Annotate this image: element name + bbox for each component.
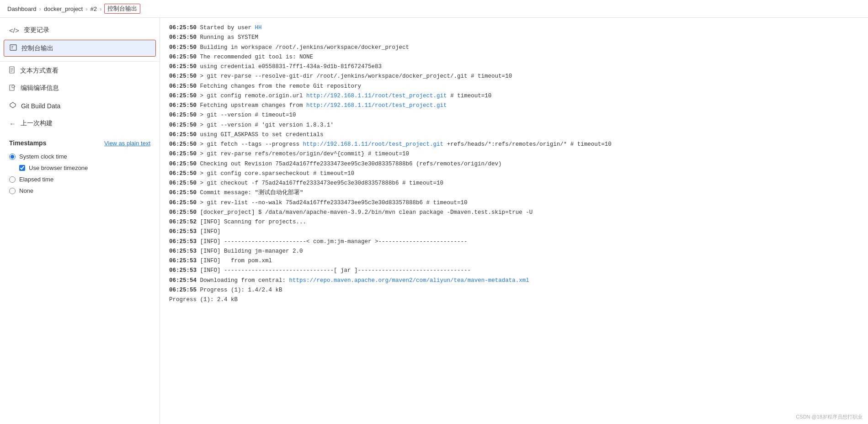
log-line: 06:25:50 > git config remote.origin.url … <box>169 91 859 101</box>
log-timestamp: 06:25:52 <box>169 219 197 225</box>
log-text-suffix: +refs/heads/*:refs/remotes/origin/* # ti… <box>443 141 612 148</box>
log-timestamp: 06:25:50 <box>169 93 197 99</box>
log-text: [docker_project] $ /data/maven/apache-ma… <box>197 209 533 216</box>
log-timestamp: 06:25:53 <box>169 267 197 274</box>
sidebar-plain-text-label: 文本方式查看 <box>20 67 59 75</box>
log-text: using credential e0558831-7ff1-434a-9d1b… <box>197 64 382 70</box>
log-timestamp: 06:25:53 <box>169 248 197 254</box>
log-timestamp: 06:25:50 <box>169 64 197 70</box>
back-arrow-icon: ← <box>9 120 16 127</box>
log-link[interactable]: http://192.168.1.11/root/test_project.gi… <box>306 102 447 109</box>
breadcrumb-sep-3: › <box>100 5 101 12</box>
log-timestamp: 06:25:50 <box>169 54 197 60</box>
log-link[interactable]: http://192.168.1.11/root/test_project.gi… <box>306 93 447 99</box>
log-link[interactable]: https://repo.maven.apache.org/maven2/com… <box>289 277 529 284</box>
log-line: 06:25:50 Running as SYSTEM <box>169 33 859 42</box>
log-line: 06:25:50 > git checkout -f 75ad24a167ffe… <box>169 179 859 188</box>
log-timestamp: 06:25:50 <box>169 170 197 177</box>
sidebar-item-git-build-data[interactable]: Git Build Data <box>0 97 160 115</box>
timestamps-section: Timestamps View as plain text System clo… <box>0 132 160 201</box>
breadcrumb-dashboard[interactable]: Dashboard <box>7 5 37 12</box>
log-link[interactable]: HH <box>255 25 262 31</box>
console-icon <box>10 44 17 53</box>
log-line: 06:25:53 [INFO] ------------------------… <box>169 237 859 247</box>
none-radio[interactable] <box>9 188 16 194</box>
sidebar-item-change-log[interactable]: </> 变更记录 <box>0 21 160 39</box>
log-text: > git --version # timeout=10 <box>197 112 296 118</box>
log-line: Progress (1): 2.4 kB <box>169 295 859 305</box>
breadcrumb-current: 控制台输出 <box>104 4 140 14</box>
log-text: > git checkout -f 75ad24a167ffe2333473ee… <box>197 180 443 186</box>
log-text: > git config core.sparsecheckout # timeo… <box>197 170 354 177</box>
log-line: 06:25:50 Started by user HH <box>169 23 859 33</box>
log-timestamp: 06:25:55 <box>169 287 197 293</box>
log-text: Commit message: "测试自动化部署" <box>197 190 304 196</box>
log-line: 06:25:50 > git rev-list --no-walk 75ad24… <box>169 198 859 208</box>
log-timestamp: 06:25:50 <box>169 141 197 148</box>
svg-marker-8 <box>10 102 16 108</box>
log-timestamp: 06:25:50 <box>169 209 197 216</box>
sidebar-item-edit-build-info[interactable]: 编辑编译信息 <box>0 80 160 97</box>
breadcrumb-project[interactable]: docker_project <box>44 5 83 12</box>
sidebar-top: </> 变更记录 控制台输出 <box>0 18 160 62</box>
git-icon <box>9 101 16 110</box>
view-plain-text-link[interactable]: View as plain text <box>104 140 150 147</box>
elapsed-radio[interactable] <box>9 176 16 183</box>
log-text: > git --version # 'git version 1.8.3.1' <box>197 122 334 128</box>
code-icon: </> <box>9 26 19 34</box>
log-text: > git rev-parse refs/remotes/origin/dev^… <box>197 151 409 157</box>
sidebar-edit-build-info-label: 编辑编译信息 <box>21 84 59 92</box>
log-line: 06:25:50 Checking out Revision 75ad24a16… <box>169 159 859 169</box>
log-timestamp: 06:25:53 <box>169 258 197 264</box>
log-timestamp: 06:25:50 <box>169 25 197 31</box>
log-text: The recommended git tool is: NONE <box>197 54 313 60</box>
timestamp-system-clock[interactable]: System clock time <box>9 153 150 160</box>
log-text: Building in workspace /root/.jenkins/wor… <box>197 44 409 51</box>
sidebar-item-console-output[interactable]: 控制台输出 <box>4 40 156 57</box>
log-timestamp: 06:25:50 <box>169 200 197 206</box>
system-clock-label: System clock time <box>19 153 67 160</box>
system-clock-radio[interactable] <box>9 154 16 160</box>
log-text: > git rev-parse --resolve-git-dir /root/… <box>197 73 512 80</box>
sidebar-item-plain-text[interactable]: 文本方式查看 <box>0 62 160 80</box>
none-label: None <box>19 187 33 194</box>
edit-icon <box>9 84 16 92</box>
browser-tz-checkbox[interactable] <box>19 165 25 171</box>
breadcrumb: Dashboard › docker_project › #2 › 控制台输出 <box>0 0 868 18</box>
sidebar-console-label: 控制台输出 <box>21 44 53 53</box>
log-text: Fetching changes from the remote Git rep… <box>197 83 361 90</box>
timestamp-elapsed[interactable]: Elapsed time <box>9 176 150 183</box>
timestamps-header: Timestamps View as plain text <box>9 139 150 147</box>
breadcrumb-sep-1: › <box>39 5 41 12</box>
log-line: 06:25:53 [INFO] Building jm-manager 2.0 <box>169 247 859 256</box>
log-line: 06:25:50 Commit message: "测试自动化部署" <box>169 188 859 198</box>
log-line: 06:25:50 > git config core.sparsecheckou… <box>169 169 859 179</box>
breadcrumb-build[interactable]: #2 <box>91 5 97 12</box>
log-text-suffix: # timeout=10 <box>447 93 492 99</box>
breadcrumb-sep-2: › <box>85 5 87 12</box>
browser-tz-label: Use browser timezone <box>29 164 88 171</box>
log-line: 06:25:50 Building in workspace /root/.je… <box>169 43 859 53</box>
log-line: 06:25:50 Fetching upstream changes from … <box>169 101 859 111</box>
log-line: 06:25:55 Progress (1): 1.4/2.4 kB <box>169 286 859 295</box>
log-timestamp: 06:25:50 <box>169 122 197 128</box>
log-timestamp: 06:25:50 <box>169 190 197 196</box>
log-output: 06:25:50 Started by user HH06:25:50 Runn… <box>160 18 868 424</box>
log-timestamp: 06:25:53 <box>169 228 197 235</box>
sidebar: </> 变更记录 控制台输出 <box>0 18 160 424</box>
timestamp-none[interactable]: None <box>9 187 150 194</box>
log-text: > git fetch --tags --progress <box>197 141 303 148</box>
log-line: 06:25:53 [INFO] from pom.xml <box>169 256 859 266</box>
log-text: Checking out Revision 75ad24a167ffe23334… <box>197 161 502 167</box>
log-line: 06:25:50 [docker_project] $ /data/maven/… <box>169 208 859 217</box>
elapsed-label: Elapsed time <box>19 176 53 183</box>
timestamp-browser-tz[interactable]: Use browser timezone <box>9 164 150 171</box>
log-link[interactable]: http://192.168.1.11/root/test_project.gi… <box>303 141 444 148</box>
sidebar-item-prev-build[interactable]: ← 上一次构建 <box>0 115 160 132</box>
log-text: [INFO] Scanning for projects... <box>197 219 306 225</box>
log-text: Fetching upstream changes from <box>197 102 306 109</box>
log-timestamp: 06:25:50 <box>169 132 197 138</box>
log-text: Started by user <box>197 25 255 31</box>
log-line: 06:25:54 Downloading from central: https… <box>169 276 859 286</box>
log-timestamp: 06:25:50 <box>169 102 197 109</box>
